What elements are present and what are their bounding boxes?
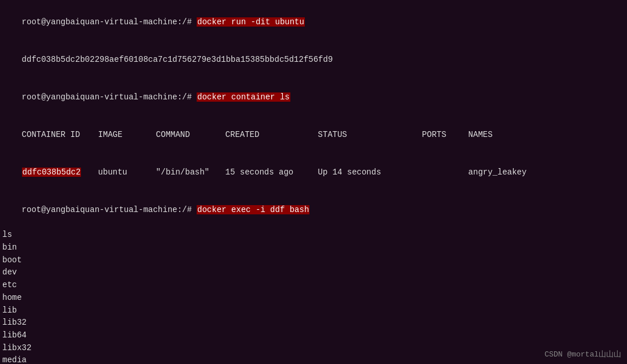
ls-line-lib: lib	[2, 304, 625, 317]
container-id-value: ddfc038b5dc2	[22, 168, 82, 177]
ls-line-bin: bin	[2, 242, 625, 254]
line-3: root@yangbaiquan-virtual-machine:/# dock…	[2, 79, 625, 116]
prompt-3: root@yangbaiquan-virtual-machine:/#	[22, 205, 197, 214]
line-1: root@yangbaiquan-virtual-machine:/# dock…	[2, 3, 625, 41]
names-cell: angry_leakey	[469, 166, 527, 179]
ports-cell	[422, 166, 469, 179]
col-header-image: IMAGE	[98, 129, 156, 142]
container-id-cell: ddfc038b5dc2	[22, 166, 98, 179]
terminal-window: root@yangbaiquan-virtual-machine:/# dock…	[0, 0, 627, 364]
watermark-text: CSDN @mortal山山山	[544, 350, 621, 359]
created-cell: 15 seconds ago	[226, 166, 318, 179]
ls-line-lib32: lib32	[2, 317, 625, 329]
col-header-ports: PORTS	[422, 129, 469, 142]
ls-line-media: media	[2, 354, 625, 364]
csdn-watermark: CSDN @mortal山山山	[544, 349, 621, 359]
ls-line-ls: ls	[2, 229, 625, 242]
cmd-3: docker exec -i ddf bash	[197, 205, 309, 214]
table-data-row: ddfc038b5dc2ubuntu "/bin/bash" 15 second…	[2, 154, 625, 191]
line-2: ddfc038b5dc2b02298aef60108ca7c1d756279e3…	[2, 41, 625, 79]
table-header-row: CONTAINER IDIMAGECOMMANDCREATEDSTATUSPOR…	[2, 116, 625, 154]
ls-line-dev: dev	[2, 266, 625, 279]
command-cell: "/bin/bash"	[156, 166, 226, 179]
prompt-2: root@yangbaiquan-virtual-machine:/#	[22, 92, 197, 102]
col-header-created: CREATED	[226, 129, 318, 142]
ls-line-etc: etc	[2, 279, 625, 292]
status-cell: Up 14 seconds	[318, 166, 422, 179]
col-header-names: NAMES	[469, 129, 493, 142]
col-header-command: COMMAND	[156, 129, 226, 142]
ls-line-boot: boot	[2, 254, 625, 267]
image-cell: ubuntu	[98, 166, 156, 179]
ls-line-home: home	[2, 292, 625, 304]
cmd-2: docker container ls	[197, 92, 290, 102]
col-header-container-id: CONTAINER ID	[22, 129, 98, 142]
cmd-1: docker run -dit ubuntu	[197, 17, 305, 27]
ls-line-lib64: lib64	[2, 329, 625, 342]
line-6: root@yangbaiquan-virtual-machine:/# dock…	[2, 191, 625, 229]
prompt-1: root@yangbaiquan-virtual-machine:/#	[22, 17, 197, 27]
col-header-status: STATUS	[318, 129, 422, 142]
ls-line-libx32: libx32	[2, 342, 625, 355]
hash-output: ddfc038b5dc2b02298aef60108ca7c1d756279e3…	[22, 55, 333, 64]
